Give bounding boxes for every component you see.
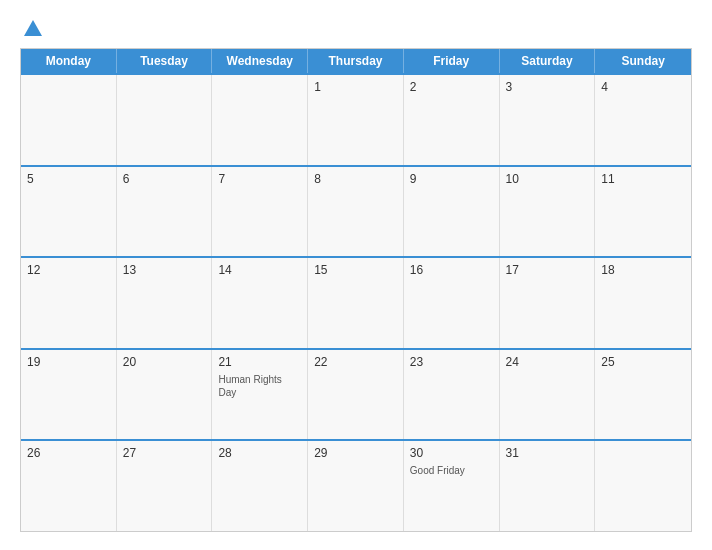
calendar-cell: 17 xyxy=(500,258,596,348)
calendar-body: 123456789101112131415161718192021Human R… xyxy=(21,73,691,531)
day-number: 14 xyxy=(218,263,301,277)
calendar-cell: 3 xyxy=(500,75,596,165)
day-number: 25 xyxy=(601,355,685,369)
weekday-header: Thursday xyxy=(308,49,404,73)
calendar-cell: 13 xyxy=(117,258,213,348)
day-number: 1 xyxy=(314,80,397,94)
logo xyxy=(20,18,44,40)
day-number: 10 xyxy=(506,172,589,186)
calendar-cell: 31 xyxy=(500,441,596,531)
calendar-week: 1234 xyxy=(21,73,691,165)
calendar-cell: 30Good Friday xyxy=(404,441,500,531)
calendar-cell xyxy=(212,75,308,165)
calendar-cell: 27 xyxy=(117,441,213,531)
svg-marker-0 xyxy=(24,20,42,36)
calendar-week: 12131415161718 xyxy=(21,256,691,348)
calendar-cell: 10 xyxy=(500,167,596,257)
day-number: 15 xyxy=(314,263,397,277)
calendar-cell: 2 xyxy=(404,75,500,165)
calendar-header: MondayTuesdayWednesdayThursdayFridaySatu… xyxy=(21,49,691,73)
calendar-cell: 26 xyxy=(21,441,117,531)
calendar-cell: 20 xyxy=(117,350,213,440)
calendar-cell: 23 xyxy=(404,350,500,440)
day-number: 19 xyxy=(27,355,110,369)
calendar-cell: 25 xyxy=(595,350,691,440)
calendar-cell: 21Human Rights Day xyxy=(212,350,308,440)
calendar-cell: 9 xyxy=(404,167,500,257)
day-number: 16 xyxy=(410,263,493,277)
day-number: 21 xyxy=(218,355,301,369)
calendar-cell: 6 xyxy=(117,167,213,257)
day-number: 26 xyxy=(27,446,110,460)
day-number: 12 xyxy=(27,263,110,277)
day-number: 27 xyxy=(123,446,206,460)
calendar-cell: 12 xyxy=(21,258,117,348)
calendar-cell: 11 xyxy=(595,167,691,257)
day-number: 11 xyxy=(601,172,685,186)
calendar-cell: 22 xyxy=(308,350,404,440)
calendar-week: 567891011 xyxy=(21,165,691,257)
day-number: 9 xyxy=(410,172,493,186)
calendar-week: 2627282930Good Friday31 xyxy=(21,439,691,531)
day-number: 18 xyxy=(601,263,685,277)
weekday-header: Sunday xyxy=(595,49,691,73)
calendar-week: 192021Human Rights Day22232425 xyxy=(21,348,691,440)
calendar-cell: 29 xyxy=(308,441,404,531)
day-event: Good Friday xyxy=(410,464,493,477)
calendar-cell: 24 xyxy=(500,350,596,440)
weekday-header: Friday xyxy=(404,49,500,73)
day-event: Human Rights Day xyxy=(218,373,301,399)
calendar-cell: 28 xyxy=(212,441,308,531)
calendar-cell: 19 xyxy=(21,350,117,440)
weekday-header: Tuesday xyxy=(117,49,213,73)
calendar-cell: 7 xyxy=(212,167,308,257)
calendar-page: MondayTuesdayWednesdayThursdayFridaySatu… xyxy=(0,0,712,550)
calendar-cell: 5 xyxy=(21,167,117,257)
calendar-cell: 8 xyxy=(308,167,404,257)
day-number: 3 xyxy=(506,80,589,94)
day-number: 29 xyxy=(314,446,397,460)
day-number: 23 xyxy=(410,355,493,369)
day-number: 22 xyxy=(314,355,397,369)
logo-icon xyxy=(22,18,44,40)
calendar-cell: 16 xyxy=(404,258,500,348)
calendar-cell xyxy=(21,75,117,165)
day-number: 31 xyxy=(506,446,589,460)
calendar-grid: MondayTuesdayWednesdayThursdayFridaySatu… xyxy=(20,48,692,532)
day-number: 7 xyxy=(218,172,301,186)
day-number: 28 xyxy=(218,446,301,460)
day-number: 20 xyxy=(123,355,206,369)
calendar-cell: 4 xyxy=(595,75,691,165)
day-number: 4 xyxy=(601,80,685,94)
day-number: 13 xyxy=(123,263,206,277)
day-number: 2 xyxy=(410,80,493,94)
day-number: 24 xyxy=(506,355,589,369)
calendar-cell: 18 xyxy=(595,258,691,348)
calendar-cell: 15 xyxy=(308,258,404,348)
day-number: 30 xyxy=(410,446,493,460)
day-number: 6 xyxy=(123,172,206,186)
weekday-header: Wednesday xyxy=(212,49,308,73)
calendar-cell xyxy=(117,75,213,165)
day-number: 8 xyxy=(314,172,397,186)
day-number: 17 xyxy=(506,263,589,277)
day-number: 5 xyxy=(27,172,110,186)
page-header xyxy=(20,18,692,40)
calendar-cell: 14 xyxy=(212,258,308,348)
calendar-cell: 1 xyxy=(308,75,404,165)
calendar-cell xyxy=(595,441,691,531)
weekday-header: Saturday xyxy=(500,49,596,73)
weekday-header: Monday xyxy=(21,49,117,73)
